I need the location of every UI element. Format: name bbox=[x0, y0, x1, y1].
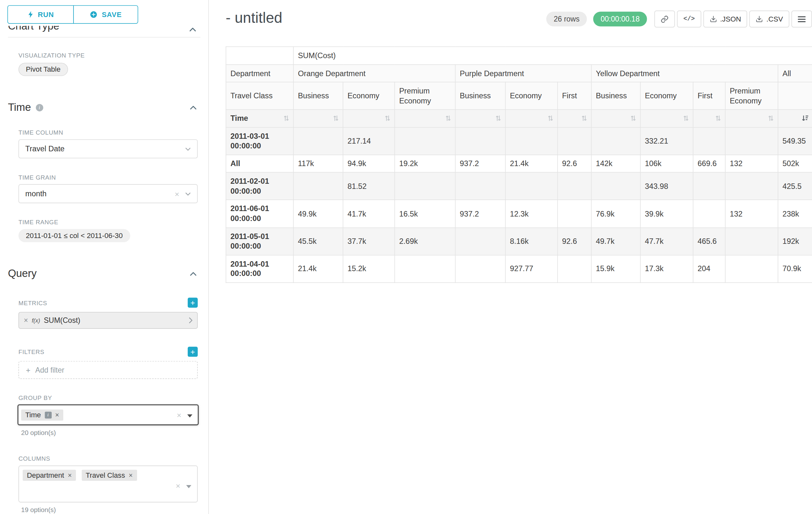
remove-tag-icon[interactable]: × bbox=[55, 411, 59, 418]
row-header: 2011-02-01 00:00:00 bbox=[226, 172, 293, 200]
results-toolbar: 26 rows 00:00:00.18 </> .JSON .CSV bbox=[546, 10, 812, 28]
value-cell bbox=[693, 200, 725, 228]
chart-controls-sidebar: RUN SAVE Chart Type VISUALIZATION TYPE P… bbox=[0, 0, 209, 514]
table-row: 2011-02-01 00:00:0081.52343.98425.5 bbox=[226, 172, 812, 200]
main-panel: - untitled 26 rows 00:00:00.18 </> .JSON bbox=[209, 0, 812, 514]
value-cell: 132 bbox=[725, 200, 778, 228]
time-range-pill[interactable]: 2011-01-01 ≤ col < 2011-06-30 bbox=[18, 229, 130, 242]
clear-icon[interactable]: × bbox=[176, 482, 180, 490]
viz-type-pill[interactable]: Pivot Table bbox=[18, 63, 68, 76]
lightning-icon bbox=[27, 10, 34, 19]
sort-icon[interactable] bbox=[333, 115, 338, 122]
download-csv-button[interactable]: .CSV bbox=[749, 10, 789, 28]
sort-icon[interactable] bbox=[548, 115, 553, 122]
chart-title[interactable]: - untitled bbox=[226, 10, 282, 27]
value-cell: 192k bbox=[778, 227, 812, 255]
time-column-select[interactable]: Travel Date bbox=[18, 139, 198, 158]
columns-tag: Travel Class × bbox=[82, 470, 137, 481]
column-group-header: Purple Department bbox=[456, 64, 591, 82]
value-cell bbox=[693, 172, 725, 200]
filters-label-row: FILTERS + bbox=[18, 347, 198, 357]
remove-metric-icon[interactable]: × bbox=[24, 317, 28, 324]
add-filter-button[interactable]: + Add filter bbox=[18, 361, 198, 379]
chevron-up-icon[interactable] bbox=[190, 271, 196, 276]
chevron-up-icon[interactable] bbox=[190, 26, 196, 34]
value-cell: 21.4k bbox=[505, 155, 558, 172]
value-cell bbox=[591, 172, 640, 200]
sort-icon[interactable] bbox=[496, 115, 501, 122]
sort-icon[interactable] bbox=[445, 115, 451, 122]
sort-icon[interactable] bbox=[284, 115, 289, 122]
value-cell: 92.6 bbox=[557, 227, 591, 255]
add-filter-plus-button[interactable]: + bbox=[188, 347, 198, 357]
sort-icon[interactable] bbox=[768, 115, 774, 122]
value-cell: 927.77 bbox=[505, 255, 558, 283]
sort-cell bbox=[640, 110, 693, 127]
subcolumn-header: Premium Economy bbox=[725, 82, 778, 110]
group-by-select[interactable]: Time i × × bbox=[17, 404, 199, 425]
add-filter-label: Add filter bbox=[35, 366, 64, 374]
metric-item[interactable]: × f(x) SUM(Cost) bbox=[18, 312, 198, 329]
value-cell: 106k bbox=[640, 155, 693, 172]
value-cell: 343.98 bbox=[640, 172, 693, 200]
clear-icon[interactable]: × bbox=[177, 411, 181, 419]
columns-options-hint: 19 option(s) bbox=[21, 506, 208, 513]
subcolumn-header: Economy bbox=[640, 82, 693, 110]
value-cell: 21.4k bbox=[293, 255, 343, 283]
value-cell bbox=[725, 127, 778, 155]
download-csv-label: .CSV bbox=[766, 15, 783, 23]
sort-icon[interactable] bbox=[631, 115, 636, 122]
value-cell bbox=[293, 127, 343, 155]
code-icon: </> bbox=[683, 16, 695, 23]
view-query-button[interactable]: </> bbox=[677, 10, 701, 28]
value-cell bbox=[505, 127, 558, 155]
group-by-tag: Time i × bbox=[21, 409, 63, 421]
sort-cell bbox=[591, 110, 640, 127]
download-json-label: .JSON bbox=[720, 15, 741, 23]
columns-tag-label: Travel Class bbox=[86, 471, 125, 479]
time-grain-select[interactable]: month × bbox=[18, 184, 198, 203]
clear-icon[interactable]: × bbox=[175, 190, 179, 198]
table-row: 2011-04-01 00:00:0021.4k15.2k927.7715.9k… bbox=[226, 255, 812, 283]
sort-icon[interactable] bbox=[582, 115, 587, 122]
value-cell: 937.2 bbox=[456, 200, 505, 228]
sort-cell bbox=[778, 110, 812, 127]
table-row: 2011-05-01 00:00:0045.5k37.7k2.69k8.16k9… bbox=[226, 227, 812, 255]
run-button[interactable]: RUN bbox=[7, 5, 74, 23]
menu-button[interactable] bbox=[791, 10, 812, 28]
sort-icon[interactable] bbox=[716, 115, 721, 122]
subcolumn-row: Travel ClassBusinessEconomyPremium Econo… bbox=[226, 82, 812, 110]
subcolumn-header: First bbox=[693, 82, 725, 110]
caret-down-icon bbox=[186, 481, 191, 491]
remove-tag-icon[interactable]: × bbox=[129, 472, 133, 479]
sort-cell bbox=[557, 110, 591, 127]
time-grain-value: month bbox=[25, 190, 47, 198]
info-icon[interactable]: i bbox=[36, 104, 43, 111]
value-cell: 217.14 bbox=[343, 127, 395, 155]
copy-link-button[interactable] bbox=[655, 10, 675, 28]
value-cell: 39.9k bbox=[640, 200, 693, 228]
metric-header: SUM(Cost) bbox=[293, 47, 812, 64]
row-header: 2011-03-01 00:00:00 bbox=[226, 127, 293, 155]
add-metric-button[interactable]: + bbox=[188, 298, 198, 308]
columns-tag: Department × bbox=[23, 470, 76, 481]
row-header: All bbox=[226, 155, 293, 172]
value-cell bbox=[395, 172, 456, 200]
sort-icon[interactable] bbox=[683, 115, 689, 122]
pivot-table: SUM(Cost)DepartmentOrange DepartmentPurp… bbox=[226, 47, 812, 283]
column-group-row: DepartmentOrange DepartmentPurple Depart… bbox=[226, 64, 812, 82]
columns-select[interactable]: Department × Travel Class × × bbox=[18, 465, 198, 503]
time-range-label: TIME RANGE bbox=[18, 219, 208, 225]
save-button[interactable]: SAVE bbox=[73, 5, 138, 23]
chevron-up-icon[interactable] bbox=[190, 105, 196, 110]
sort-icon[interactable] bbox=[385, 115, 390, 122]
columns-label: COLUMNS bbox=[18, 456, 208, 462]
chart-type-section-title: Chart Type bbox=[8, 26, 59, 32]
download-json-button[interactable]: .JSON bbox=[703, 10, 748, 28]
subcolumn-dimension-label: Travel Class bbox=[226, 82, 293, 110]
remove-tag-icon[interactable]: × bbox=[68, 472, 71, 479]
run-save-button-group: RUN SAVE bbox=[7, 5, 208, 23]
sort-desc-icon[interactable] bbox=[802, 115, 808, 122]
subcolumn-header: Business bbox=[591, 82, 640, 110]
column-info-icon[interactable]: i bbox=[45, 411, 51, 418]
